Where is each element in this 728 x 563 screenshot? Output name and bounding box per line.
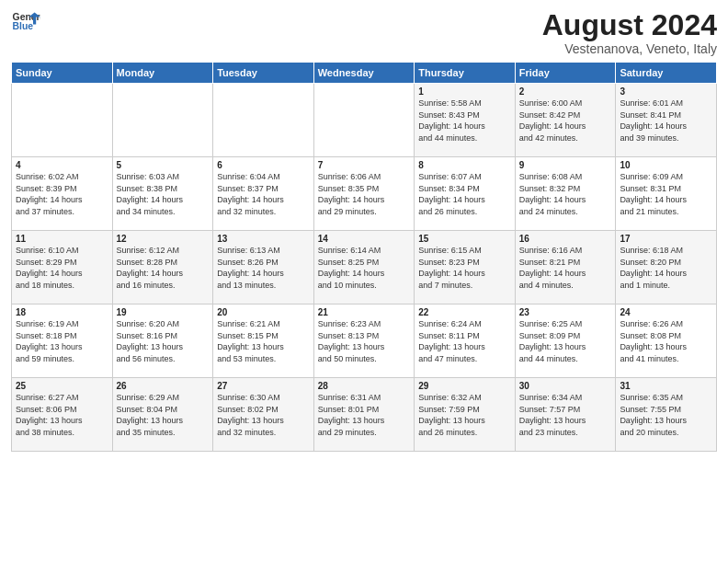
calendar-cell: 28Sunrise: 6:31 AM Sunset: 8:01 PM Dayli… — [313, 378, 415, 452]
day-number: 21 — [318, 307, 411, 317]
calendar-cell: 21Sunrise: 6:23 AM Sunset: 8:13 PM Dayli… — [313, 304, 415, 378]
cell-info: Sunrise: 6:04 AM Sunset: 8:37 PM Dayligh… — [217, 171, 310, 217]
calendar-cell: 18Sunrise: 6:19 AM Sunset: 8:18 PM Dayli… — [12, 304, 113, 378]
cell-info: Sunrise: 6:24 AM Sunset: 8:11 PM Dayligh… — [418, 318, 511, 364]
calendar-cell: 15Sunrise: 6:15 AM Sunset: 8:23 PM Dayli… — [415, 231, 516, 304]
day-number: 31 — [620, 381, 712, 391]
cell-info: Sunrise: 6:07 AM Sunset: 8:34 PM Dayligh… — [418, 171, 511, 217]
cell-info: Sunrise: 6:35 AM Sunset: 7:55 PM Dayligh… — [620, 392, 712, 438]
day-number: 1 — [418, 86, 511, 97]
calendar-cell: 23Sunrise: 6:25 AM Sunset: 8:09 PM Dayli… — [515, 304, 616, 378]
day-number: 16 — [519, 234, 612, 244]
calendar-cell — [313, 84, 415, 157]
calendar-cell: 7Sunrise: 6:06 AM Sunset: 8:35 PM Daylig… — [313, 157, 415, 231]
calendar-cell: 27Sunrise: 6:30 AM Sunset: 8:02 PM Dayli… — [213, 378, 314, 452]
calendar-cell: 6Sunrise: 6:04 AM Sunset: 8:37 PM Daylig… — [213, 157, 314, 231]
day-number: 6 — [217, 160, 310, 170]
day-number: 17 — [620, 234, 712, 244]
day-number: 30 — [519, 381, 612, 391]
calendar-cell: 20Sunrise: 6:21 AM Sunset: 8:15 PM Dayli… — [213, 304, 314, 378]
cell-info: Sunrise: 6:30 AM Sunset: 8:02 PM Dayligh… — [217, 392, 310, 438]
day-number: 28 — [318, 381, 411, 391]
cell-info: Sunrise: 6:32 AM Sunset: 7:59 PM Dayligh… — [418, 392, 511, 438]
cell-info: Sunrise: 6:18 AM Sunset: 8:20 PM Dayligh… — [620, 245, 712, 291]
logo-icon: General Blue — [11, 9, 40, 35]
calendar-cell: 16Sunrise: 6:16 AM Sunset: 8:21 PM Dayli… — [515, 231, 616, 304]
calendar-cell — [112, 84, 213, 157]
day-number: 27 — [217, 381, 310, 391]
calendar-cell: 1Sunrise: 5:58 AM Sunset: 8:43 PM Daylig… — [415, 84, 516, 157]
cell-info: Sunrise: 6:00 AM Sunset: 8:42 PM Dayligh… — [519, 98, 612, 144]
cell-info: Sunrise: 6:10 AM Sunset: 8:29 PM Dayligh… — [16, 245, 108, 291]
calendar-cell — [213, 84, 314, 157]
day-number: 3 — [620, 86, 712, 97]
calendar-cell: 31Sunrise: 6:35 AM Sunset: 7:55 PM Dayli… — [616, 378, 717, 452]
calendar-cell: 8Sunrise: 6:07 AM Sunset: 8:34 PM Daylig… — [415, 157, 516, 231]
month-year: August 2024 — [542, 9, 717, 41]
day-number: 24 — [620, 307, 712, 317]
day-number: 10 — [620, 160, 712, 170]
logo: General Blue — [11, 9, 40, 35]
day-number: 20 — [217, 307, 310, 317]
day-number: 25 — [16, 381, 108, 391]
cell-info: Sunrise: 6:12 AM Sunset: 8:28 PM Dayligh… — [117, 245, 210, 291]
day-number: 7 — [318, 160, 411, 170]
calendar-cell: 2Sunrise: 6:00 AM Sunset: 8:42 PM Daylig… — [515, 84, 616, 157]
calendar-cell: 12Sunrise: 6:12 AM Sunset: 8:28 PM Dayli… — [112, 231, 213, 304]
day-number: 15 — [418, 234, 511, 244]
cell-info: Sunrise: 6:14 AM Sunset: 8:25 PM Dayligh… — [318, 245, 411, 291]
calendar-cell: 9Sunrise: 6:08 AM Sunset: 8:32 PM Daylig… — [515, 157, 616, 231]
calendar-cell: 24Sunrise: 6:26 AM Sunset: 8:08 PM Dayli… — [616, 304, 717, 378]
day-number: 19 — [117, 307, 210, 317]
cell-info: Sunrise: 6:20 AM Sunset: 8:16 PM Dayligh… — [117, 318, 210, 364]
day-number: 14 — [318, 234, 411, 244]
cell-info: Sunrise: 6:01 AM Sunset: 8:41 PM Dayligh… — [620, 98, 712, 144]
day-number: 5 — [117, 160, 210, 170]
cell-info: Sunrise: 6:03 AM Sunset: 8:38 PM Dayligh… — [117, 171, 210, 217]
calendar-cell: 4Sunrise: 6:02 AM Sunset: 8:39 PM Daylig… — [12, 157, 113, 231]
calendar-cell: 14Sunrise: 6:14 AM Sunset: 8:25 PM Dayli… — [313, 231, 415, 304]
cell-info: Sunrise: 6:26 AM Sunset: 8:08 PM Dayligh… — [620, 318, 712, 364]
svg-text:Blue: Blue — [13, 21, 34, 31]
cell-info: Sunrise: 6:15 AM Sunset: 8:23 PM Dayligh… — [418, 245, 511, 291]
page-container: General Blue August 2024 Vestenanova, Ve… — [0, 0, 728, 459]
day-number: 26 — [117, 381, 210, 391]
calendar-cell: 30Sunrise: 6:34 AM Sunset: 7:57 PM Dayli… — [515, 378, 616, 452]
day-number: 2 — [519, 86, 612, 97]
cell-info: Sunrise: 6:25 AM Sunset: 8:09 PM Dayligh… — [519, 318, 612, 364]
cell-info: Sunrise: 6:29 AM Sunset: 8:04 PM Dayligh… — [117, 392, 210, 438]
day-number: 29 — [418, 381, 511, 391]
cell-info: Sunrise: 6:23 AM Sunset: 8:13 PM Dayligh… — [318, 318, 411, 364]
calendar-table: SundayMondayTuesdayWednesdayThursdayFrid… — [11, 62, 717, 452]
cell-info: Sunrise: 6:31 AM Sunset: 8:01 PM Dayligh… — [318, 392, 411, 438]
cell-info: Sunrise: 5:58 AM Sunset: 8:43 PM Dayligh… — [418, 98, 511, 144]
calendar-cell: 11Sunrise: 6:10 AM Sunset: 8:29 PM Dayli… — [12, 231, 113, 304]
title-block: August 2024 Vestenanova, Veneto, Italy — [542, 9, 717, 56]
calendar-cell: 10Sunrise: 6:09 AM Sunset: 8:31 PM Dayli… — [616, 157, 717, 231]
calendar-cell: 22Sunrise: 6:24 AM Sunset: 8:11 PM Dayli… — [415, 304, 516, 378]
cell-info: Sunrise: 6:19 AM Sunset: 8:18 PM Dayligh… — [16, 318, 108, 364]
calendar-cell — [12, 84, 113, 157]
location: Vestenanova, Veneto, Italy — [542, 41, 717, 56]
cell-info: Sunrise: 6:06 AM Sunset: 8:35 PM Dayligh… — [318, 171, 411, 217]
day-number: 9 — [519, 160, 612, 170]
day-number: 12 — [117, 234, 210, 244]
cell-info: Sunrise: 6:16 AM Sunset: 8:21 PM Dayligh… — [519, 245, 612, 291]
weekday-header-thursday: Thursday — [415, 63, 516, 84]
cell-info: Sunrise: 6:13 AM Sunset: 8:26 PM Dayligh… — [217, 245, 310, 291]
cell-info: Sunrise: 6:21 AM Sunset: 8:15 PM Dayligh… — [217, 318, 310, 364]
calendar-cell: 26Sunrise: 6:29 AM Sunset: 8:04 PM Dayli… — [112, 378, 213, 452]
calendar-cell: 19Sunrise: 6:20 AM Sunset: 8:16 PM Dayli… — [112, 304, 213, 378]
day-number: 22 — [418, 307, 511, 317]
weekday-header-saturday: Saturday — [616, 63, 717, 84]
weekday-header-monday: Monday — [112, 63, 213, 84]
day-number: 4 — [16, 160, 108, 170]
calendar-cell: 13Sunrise: 6:13 AM Sunset: 8:26 PM Dayli… — [213, 231, 314, 304]
day-number: 8 — [418, 160, 511, 170]
weekday-header-sunday: Sunday — [12, 63, 113, 84]
calendar-cell: 25Sunrise: 6:27 AM Sunset: 8:06 PM Dayli… — [12, 378, 113, 452]
header: General Blue August 2024 Vestenanova, Ve… — [11, 9, 717, 56]
calendar-cell: 17Sunrise: 6:18 AM Sunset: 8:20 PM Dayli… — [616, 231, 717, 304]
cell-info: Sunrise: 6:34 AM Sunset: 7:57 PM Dayligh… — [519, 392, 612, 438]
calendar-cell: 29Sunrise: 6:32 AM Sunset: 7:59 PM Dayli… — [415, 378, 516, 452]
